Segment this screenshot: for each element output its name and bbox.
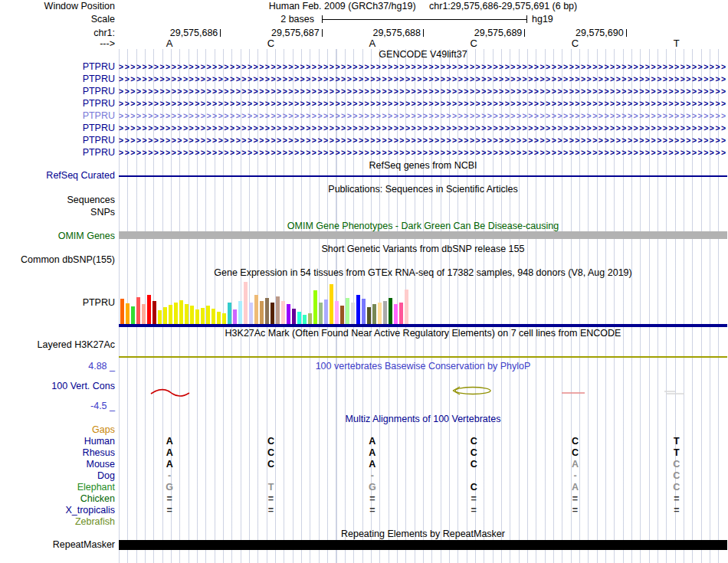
gtex-bar[interactable] [158,310,162,324]
h3k27ac-label[interactable]: Layered H3K27Ac [0,339,115,350]
gene-arrows[interactable]: >>>>>>>>>>>>>>>>>>>>>>>>>>>>>>>>>>>>>>>>… [119,74,727,84]
gencode-gene-row[interactable]: PTPRU>>>>>>>>>>>>>>>>>>>>>>>>>>>>>>>>>>>… [0,74,728,84]
gtex-bar[interactable] [254,295,258,324]
gtex-bar[interactable] [244,282,248,324]
refseq-curated-label[interactable]: RefSeq Curated [0,170,115,181]
gtex-bar[interactable] [179,300,183,324]
gtex-bar[interactable] [152,301,156,324]
gtex-gene-label[interactable]: PTPRU [0,297,115,308]
refseq-curated-track[interactable] [119,175,727,177]
species-label[interactable]: Gaps [0,424,115,435]
gtex-bar[interactable] [356,295,360,324]
gene-label[interactable]: PTPRU [0,61,115,72]
species-label[interactable]: Human [0,436,115,447]
gtex-bar[interactable] [136,297,140,324]
gtex-bar[interactable] [297,312,301,324]
sequences-label[interactable]: Sequences [0,195,115,205]
multiz-species-row[interactable]: MouseACACAC [0,459,728,470]
gtex-bar[interactable] [265,298,269,324]
gencode-gene-row[interactable]: PTPRU>>>>>>>>>>>>>>>>>>>>>>>>>>>>>>>>>>>… [0,147,728,158]
gene-label[interactable]: PTPRU [0,123,115,133]
repeatmasker-label[interactable]: RepeatMasker [0,539,115,550]
gtex-bar[interactable] [174,303,178,324]
gtex-gene-model-line[interactable] [119,324,727,327]
gtex-bar[interactable] [276,296,280,324]
gtex-bar[interactable] [212,309,215,324]
gene-label[interactable]: PTPRU [0,135,115,146]
gtex-bar[interactable] [389,298,392,324]
species-label[interactable]: Rhesus [0,447,115,458]
gtex-bar[interactable] [399,303,403,324]
gtex-bar[interactable] [324,300,328,324]
gtex-bar[interactable] [303,315,307,324]
gencode-gene-row[interactable]: PTPRU>>>>>>>>>>>>>>>>>>>>>>>>>>>>>>>>>>>… [0,61,728,72]
phylop-wiggle-track[interactable] [119,368,727,406]
gtex-bar[interactable] [238,301,242,324]
gtex-bar[interactable] [340,306,344,324]
gencode-gene-row[interactable]: PTPRU>>>>>>>>>>>>>>>>>>>>>>>>>>>>>>>>>>>… [0,110,728,121]
gene-label[interactable]: PTPRU [0,147,115,158]
gtex-bar[interactable] [222,313,226,324]
gene-label[interactable]: PTPRU [0,110,115,121]
gtex-bar[interactable] [394,304,398,324]
gene-arrows[interactable]: >>>>>>>>>>>>>>>>>>>>>>>>>>>>>>>>>>>>>>>>… [119,110,727,121]
gtex-bar[interactable] [378,303,382,324]
multiz-species-row[interactable]: ElephantGTGCAC [0,482,728,493]
omim-genes-track[interactable] [119,231,727,239]
gtex-bar[interactable] [126,303,130,324]
species-label[interactable]: X_tropicalis [0,505,115,516]
multiz-species-row[interactable]: HumanACACCT [0,436,728,447]
multiz-species-row[interactable]: Gaps [0,424,728,435]
gtex-bar[interactable] [142,304,146,324]
gtex-bar[interactable] [281,301,285,324]
gtex-bar[interactable] [163,307,167,324]
gtex-bar[interactable] [249,303,253,324]
gtex-bar[interactable] [206,306,210,324]
species-label[interactable]: Dog [0,470,115,481]
gene-arrows[interactable]: >>>>>>>>>>>>>>>>>>>>>>>>>>>>>>>>>>>>>>>>… [119,86,727,97]
gtex-bar[interactable] [233,309,237,324]
gtex-bar[interactable] [351,303,355,324]
gtex-bar[interactable] [147,295,151,324]
gene-label[interactable]: PTPRU [0,86,115,97]
gtex-bar[interactable] [201,308,205,324]
multiz-species-row[interactable]: Chicken====== [0,493,728,504]
gene-arrows[interactable]: >>>>>>>>>>>>>>>>>>>>>>>>>>>>>>>>>>>>>>>>… [119,123,727,133]
gtex-bar[interactable] [313,290,317,324]
gtex-bar[interactable] [185,304,189,324]
gencode-gene-row[interactable]: PTPRU>>>>>>>>>>>>>>>>>>>>>>>>>>>>>>>>>>>… [0,123,728,133]
gtex-bar[interactable] [372,304,376,324]
gtex-bar[interactable] [195,309,199,324]
gene-arrows[interactable]: >>>>>>>>>>>>>>>>>>>>>>>>>>>>>>>>>>>>>>>>… [119,98,727,109]
multiz-species-row[interactable]: X_tropicalis====== [0,505,728,516]
gtex-bar[interactable] [292,309,296,324]
gene-arrows[interactable]: >>>>>>>>>>>>>>>>>>>>>>>>>>>>>>>>>>>>>>>>… [119,61,727,72]
gtex-bar[interactable] [260,301,264,324]
gtex-bar[interactable] [271,303,274,324]
gtex-bar[interactable] [383,301,387,324]
gencode-gene-row[interactable]: PTPRU>>>>>>>>>>>>>>>>>>>>>>>>>>>>>>>>>>>… [0,98,728,109]
gtex-bar[interactable] [287,304,290,324]
gtex-bar[interactable] [308,313,312,324]
gtex-bar[interactable] [228,303,231,324]
species-label[interactable]: Mouse [0,459,115,470]
gene-arrows[interactable]: >>>>>>>>>>>>>>>>>>>>>>>>>>>>>>>>>>>>>>>>… [119,147,727,158]
omim-genes-label[interactable]: OMIM Genes [0,231,115,241]
h3k27ac-track[interactable] [119,356,727,358]
gtex-bar[interactable] [362,299,366,324]
dbsnp-label[interactable]: Common dbSNP(155) [0,254,115,265]
gene-arrows[interactable]: >>>>>>>>>>>>>>>>>>>>>>>>>>>>>>>>>>>>>>>>… [119,135,727,146]
multiz-species-row[interactable]: Dog---C [0,470,728,481]
species-label[interactable]: Zebrafish [0,516,115,527]
gencode-gene-row[interactable]: PTPRU>>>>>>>>>>>>>>>>>>>>>>>>>>>>>>>>>>>… [0,86,728,97]
species-label[interactable]: Chicken [0,493,115,504]
phylop-label[interactable]: 100 Vert. Cons [0,381,115,391]
gtex-bar[interactable] [346,298,349,324]
gtex-bar[interactable] [131,306,135,324]
repeatmasker-track[interactable] [119,540,727,550]
gtex-bar[interactable] [169,305,172,324]
gtex-bar[interactable] [405,290,408,324]
multiz-species-row[interactable]: RhesusACACCT [0,447,728,458]
gtex-bar[interactable] [319,303,323,324]
gene-label[interactable]: PTPRU [0,74,115,84]
